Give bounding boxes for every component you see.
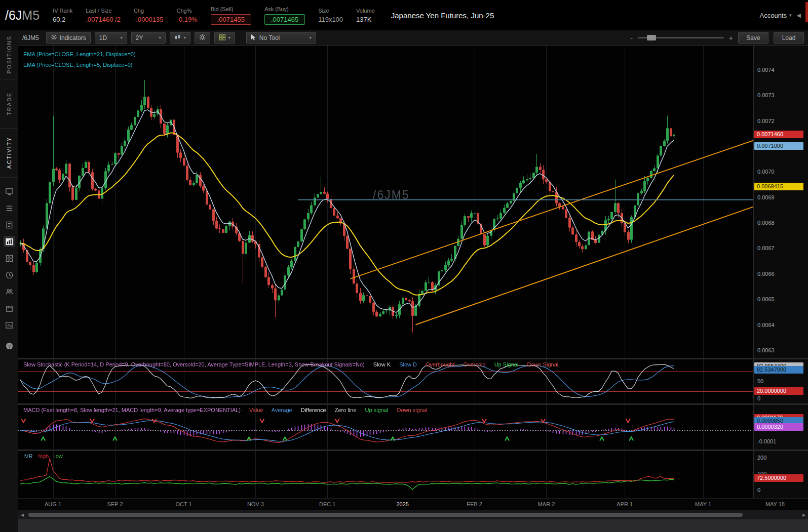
symbol-watermark: /6JM5 <box>373 188 410 202</box>
chevron-down-icon: ▾ <box>789 13 792 18</box>
status-strip <box>18 519 808 532</box>
alert-stripe <box>805 2 808 22</box>
toolbar-symbol: /6JM5 <box>22 34 39 42</box>
watchlist-icon[interactable] <box>4 202 15 214</box>
history-clock-icon[interactable] <box>4 269 15 280</box>
left-sidebar: POSITIONS TRADE ACTIVITY <box>0 30 19 532</box>
chg-value: -.0000135 <box>134 16 164 23</box>
bid-label: Bid (Sell) <box>211 6 234 12</box>
ivr-canvas[interactable] <box>18 451 753 498</box>
last-size-label: Last / Size <box>86 8 111 14</box>
zoom-in-button[interactable]: + <box>729 34 733 42</box>
chart-scrollbar[interactable]: ◀ ▶ <box>18 510 808 519</box>
last-size-field: Last / Size .0071460 /2 <box>86 8 121 23</box>
legend-ivr-low: low <box>54 453 63 459</box>
chg-pct-value: -0.19% <box>176 16 197 23</box>
axis-value-badge: 72.5000000 <box>754 474 803 482</box>
bid-field: Bid (Sell) .0071455 <box>211 6 251 25</box>
axis-tick: 0.0073 <box>757 92 775 98</box>
axis-value-badge: 0.0071460 <box>754 131 803 138</box>
axis-tick: 0.0064 <box>757 322 775 328</box>
ema-legend: EMA (Price=CLOSE, Length=21, Displace=0)… <box>23 49 136 70</box>
ivr-axis[interactable]: 200100072.5000000 <box>753 451 808 498</box>
scrollbar-track[interactable] <box>26 512 800 517</box>
scroll-left-icon[interactable]: ◀ <box>18 513 26 517</box>
axis-value-badge: 20.0000000 <box>754 387 803 395</box>
axis-tick: 0.0067 <box>757 245 775 251</box>
stochastic-axis[interactable]: 50092.965440082.534700020.0000000 <box>753 359 808 403</box>
axis-tick: -0.0001 <box>757 438 776 444</box>
range-value: 2Y <box>136 34 143 42</box>
macd-axis[interactable]: -0.00010.00011700.00008500.0000320 <box>753 405 808 449</box>
x-axis-label: DEC 1 <box>313 501 341 507</box>
axis-value-badge: 0.0000320 <box>754 423 803 431</box>
package-icon[interactable] <box>4 303 15 314</box>
collapse-panel-icon[interactable]: ◀ <box>797 12 801 19</box>
load-button[interactable]: Load <box>774 32 804 44</box>
ask-field: Ask (Buy) .0071465 <box>264 6 305 25</box>
drawing-tool-dropdown[interactable]: No Tool ▾ <box>246 32 316 44</box>
x-axis-label: SEP 2 <box>101 501 129 507</box>
scroll-right-icon[interactable]: ▶ <box>800 513 808 517</box>
chart-toolbar: /6JM5 Indicators 1D ▾ 2Y ▾ ▾ <box>18 30 808 46</box>
community-people-icon[interactable] <box>4 286 15 297</box>
fx-scripts-icon[interactable]: Fx <box>4 319 15 331</box>
help-icon[interactable]: ? <box>4 340 15 351</box>
svg-text:Fx: Fx <box>7 323 12 328</box>
chg-label: Chg <box>134 8 144 14</box>
tab-activity[interactable]: ACTIVITY <box>0 129 18 178</box>
x-axis-label: AUG 1 <box>39 501 67 507</box>
axis-tick: 0.0074 <box>757 67 775 73</box>
iv-rank-field: IV Rank 60.2 <box>53 8 72 23</box>
grid-view-dropdown[interactable]: ▾ <box>214 32 235 44</box>
axis-tick: 0.0066 <box>757 271 775 277</box>
indicators-button[interactable]: Indicators <box>46 32 91 44</box>
ask-button[interactable]: .0071465 <box>264 14 305 25</box>
chart-type-dropdown[interactable]: ▾ <box>170 32 190 44</box>
chevron-down-icon: ▾ <box>310 35 312 40</box>
last-size-value: .0071460 /2 <box>86 16 121 23</box>
zoom-out-button[interactable]: - <box>630 34 633 42</box>
size-label: Size <box>318 8 329 14</box>
tool-label: No Tool <box>259 34 280 42</box>
legend-difference: Difference <box>301 407 326 413</box>
chart-settings-button[interactable] <box>195 32 210 44</box>
accounts-dropdown[interactable]: Accounts ▾ <box>760 12 792 19</box>
x-axis-label: MAY 18 <box>761 501 789 507</box>
legend-down-signal: Down Signal <box>527 361 558 367</box>
price-axis[interactable]: 0.00740.00730.00720.00700.00690.00680.00… <box>753 46 808 358</box>
symbol-suffix: M5 <box>22 8 40 22</box>
x-axis-label: FEB 2 <box>460 501 489 507</box>
tab-positions[interactable]: POSITIONS <box>0 30 18 79</box>
chart-region: EMA (Price=CLOSE, Length=21, Displace=0)… <box>18 46 808 532</box>
zoom-slider-handle[interactable] <box>647 35 656 40</box>
legend-value: Value <box>249 407 263 413</box>
time-axis[interactable]: AUG 1SEP 2OCT 1NOV 3DEC 12025FEB 2MAR 2A… <box>18 498 808 511</box>
legend-up-signal: Up signal <box>365 407 389 413</box>
bid-button[interactable]: .0071455 <box>211 14 251 25</box>
axis-tick: 200 <box>757 455 766 461</box>
axis-tick: 0.0069 <box>757 194 775 200</box>
monitor-icon[interactable] <box>4 186 15 197</box>
legend-slow-d: Slow D <box>399 361 417 367</box>
tab-trade[interactable]: TRADE <box>0 79 18 129</box>
zoom-slider[interactable] <box>638 37 724 38</box>
sidebar-icon-rail: Fx ? <box>0 186 18 351</box>
chevron-down-icon: ▾ <box>121 35 123 40</box>
x-axis-label: 2025 <box>389 501 417 507</box>
grid-layout-icon[interactable] <box>4 253 15 264</box>
legend-up-signal: Up Signal <box>494 361 519 367</box>
axis-tick: 50 <box>757 378 763 384</box>
instrument-description: Japanese Yen Futures, Jun-25 <box>391 11 494 20</box>
notes-icon[interactable] <box>4 219 15 230</box>
save-button[interactable]: Save <box>738 32 768 44</box>
tab-trade-label: TRADE <box>6 92 12 115</box>
legend-down-signal: Down signal <box>397 407 427 413</box>
axis-tick: 0.0070 <box>757 169 775 175</box>
ask-label: Ask (Buy) <box>264 6 289 12</box>
range-dropdown[interactable]: 2Y ▾ <box>131 32 166 44</box>
macd-legend: MACD (Fast length=8, Slow length=21, MAC… <box>23 407 434 413</box>
charts-icon[interactable] <box>4 236 15 247</box>
timeframe-dropdown[interactable]: 1D ▾ <box>95 32 127 44</box>
scrollbar-handle[interactable] <box>28 513 743 517</box>
